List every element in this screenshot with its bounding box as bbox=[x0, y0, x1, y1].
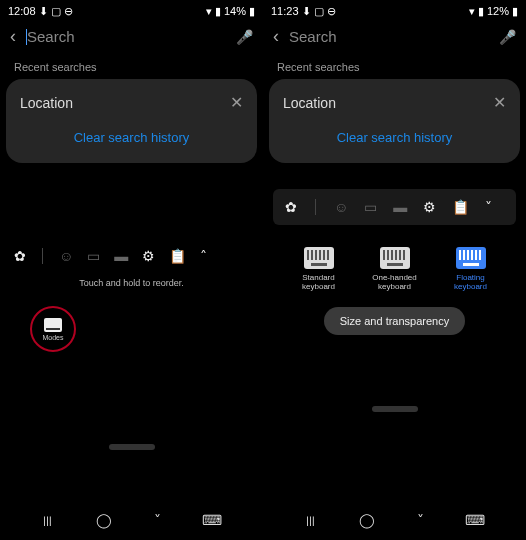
keyboard-handle[interactable] bbox=[372, 406, 418, 412]
keyboard-toolbar: ✿ ☺ ▭ ▬ ⚙ 📋 ˅ bbox=[273, 189, 516, 225]
reorder-hint: Touch and hold to reorder. bbox=[0, 278, 263, 288]
toolbar-divider bbox=[42, 248, 43, 264]
recents-nav-icon[interactable]: ⫼ bbox=[41, 512, 55, 528]
keyboard-nav-icon[interactable]: ⌨ bbox=[202, 512, 222, 528]
mic-icon[interactable]: 🎤 bbox=[236, 29, 253, 45]
modes-button-highlighted[interactable]: Modes bbox=[30, 306, 76, 352]
back-icon[interactable]: ‹ bbox=[273, 26, 279, 47]
clear-history-button[interactable]: Clear search history bbox=[20, 130, 243, 149]
signal-icon: ▮ bbox=[215, 5, 221, 18]
settings-icon[interactable]: ⚙ bbox=[423, 199, 436, 215]
status-time: 11:23 bbox=[271, 5, 299, 17]
dnd-icon: ⊖ bbox=[64, 5, 73, 18]
recent-search-card: Location ✕ Clear search history bbox=[6, 79, 257, 163]
recents-nav-icon[interactable]: ⫼ bbox=[304, 512, 318, 528]
settings-icon[interactable]: ⚙ bbox=[142, 248, 155, 264]
nav-bar: ⫼ ◯ ˅ ⌨ bbox=[0, 512, 263, 528]
clipboard-icon[interactable]: 📋 bbox=[169, 248, 186, 264]
search-input[interactable] bbox=[289, 28, 489, 45]
battery-text: 14% bbox=[224, 5, 246, 17]
floating-keyboard-mode[interactable]: Floating keyboard bbox=[444, 247, 498, 291]
keyboard-modes-row: Standard keyboard One-handed keyboard Fl… bbox=[263, 247, 526, 291]
emoji-icon[interactable]: ☺ bbox=[334, 199, 348, 215]
close-icon[interactable]: ✕ bbox=[230, 93, 243, 112]
chevron-down-icon[interactable]: ˅ bbox=[485, 199, 492, 215]
mode-label: Floating keyboard bbox=[444, 273, 498, 291]
modes-label: Modes bbox=[42, 334, 63, 341]
standard-keyboard-mode[interactable]: Standard keyboard bbox=[292, 247, 346, 291]
emoji-icon[interactable]: ☺ bbox=[59, 248, 73, 264]
home-nav-icon[interactable]: ◯ bbox=[96, 512, 112, 528]
wifi-icon: ▾ bbox=[469, 5, 475, 18]
recent-searches-label: Recent searches bbox=[263, 51, 526, 79]
recent-searches-label: Recent searches bbox=[0, 51, 263, 79]
gif-icon[interactable]: ▭ bbox=[87, 248, 100, 264]
voice-icon[interactable]: ▬ bbox=[393, 199, 407, 215]
back-icon[interactable]: ‹ bbox=[10, 26, 16, 47]
recent-search-card: Location ✕ Clear search history bbox=[269, 79, 520, 163]
wifi-icon: ▾ bbox=[206, 5, 212, 18]
clear-history-button[interactable]: Clear search history bbox=[283, 130, 506, 149]
right-screenshot: 11:23 ⬇ ▢ ⊖ ▾ ▮ 12% ▮ ‹ 🎤 Recent searche… bbox=[263, 0, 526, 540]
left-screenshot: 12:08 ⬇ ▢ ⊖ ▾ ▮ 14% ▮ ‹ 🎤 Recent searche… bbox=[0, 0, 263, 540]
keyboard-modes-icon bbox=[44, 318, 62, 332]
standard-keyboard-icon bbox=[304, 247, 334, 269]
voice-icon[interactable]: ▬ bbox=[114, 248, 128, 264]
battery-icon: ▮ bbox=[512, 5, 518, 18]
status-bar: 11:23 ⬇ ▢ ⊖ ▾ ▮ 12% ▮ bbox=[263, 0, 526, 22]
keyboard-toolbar: ✿ ☺ ▭ ▬ ⚙ 📋 ˄ bbox=[0, 240, 263, 272]
search-bar: ‹ 🎤 bbox=[0, 22, 263, 51]
clipboard-icon[interactable]: 📋 bbox=[452, 199, 469, 215]
onehanded-keyboard-icon bbox=[380, 247, 410, 269]
status-bar: 12:08 ⬇ ▢ ⊖ ▾ ▮ 14% ▮ bbox=[0, 0, 263, 22]
keyboard-handle[interactable] bbox=[109, 444, 155, 450]
image-icon: ▢ bbox=[51, 5, 61, 18]
onehanded-keyboard-mode[interactable]: One-handed keyboard bbox=[368, 247, 422, 291]
download-icon: ⬇ bbox=[39, 5, 48, 18]
recent-item-label[interactable]: Location bbox=[20, 95, 73, 111]
close-icon[interactable]: ✕ bbox=[493, 93, 506, 112]
mode-label: One-handed keyboard bbox=[368, 273, 422, 291]
mode-label: Standard keyboard bbox=[292, 273, 346, 291]
dnd-icon: ⊖ bbox=[327, 5, 336, 18]
battery-icon: ▮ bbox=[249, 5, 255, 18]
sticker-icon[interactable]: ✿ bbox=[285, 199, 297, 215]
size-transparency-button[interactable]: Size and transparency bbox=[324, 307, 465, 335]
toolbar-divider bbox=[315, 199, 316, 215]
battery-text: 12% bbox=[487, 5, 509, 17]
signal-icon: ▮ bbox=[478, 5, 484, 18]
keyboard-nav-icon[interactable]: ⌨ bbox=[465, 512, 485, 528]
nav-bar: ⫼ ◯ ˅ ⌨ bbox=[263, 512, 526, 528]
status-time: 12:08 bbox=[8, 5, 36, 17]
back-nav-icon[interactable]: ˅ bbox=[417, 512, 424, 528]
sticker-icon[interactable]: ✿ bbox=[14, 248, 26, 264]
chevron-up-icon[interactable]: ˄ bbox=[200, 248, 207, 264]
search-bar: ‹ 🎤 bbox=[263, 22, 526, 51]
floating-keyboard-icon bbox=[456, 247, 486, 269]
mic-icon[interactable]: 🎤 bbox=[499, 29, 516, 45]
gif-icon[interactable]: ▭ bbox=[364, 199, 377, 215]
image-icon: ▢ bbox=[314, 5, 324, 18]
download-icon: ⬇ bbox=[302, 5, 311, 18]
back-nav-icon[interactable]: ˅ bbox=[154, 512, 161, 528]
search-input[interactable] bbox=[27, 28, 226, 45]
recent-item-label[interactable]: Location bbox=[283, 95, 336, 111]
home-nav-icon[interactable]: ◯ bbox=[359, 512, 375, 528]
